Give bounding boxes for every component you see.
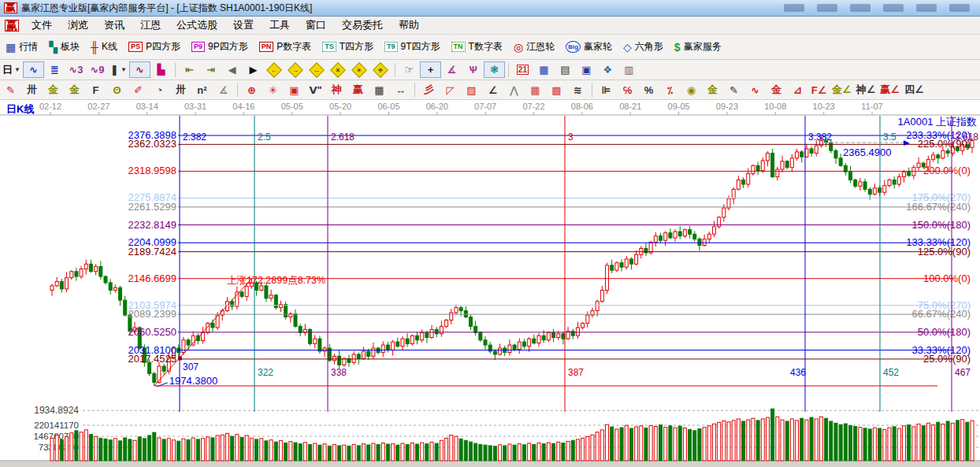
calendar-button[interactable]: 21 <box>513 62 533 77</box>
brush-tool[interactable]: ✎ <box>1 83 20 98</box>
note-tool-button[interactable]: ≣ <box>45 62 65 77</box>
f-angle-tool[interactable]: F∠ <box>809 83 829 98</box>
grid2-tool[interactable]: 卅 <box>171 83 191 98</box>
wave9-tool-button[interactable]: ∿9 <box>87 62 107 77</box>
fan-lines-tool[interactable]: 彡 <box>419 83 439 98</box>
titlebar-button[interactable] <box>784 4 804 12</box>
star-grid-tool[interactable]: ✳ <box>263 83 283 98</box>
parallel-lines-tool[interactable]: ≋ <box>568 83 588 98</box>
pan-hand-button[interactable]: ☞ <box>399 62 419 77</box>
t-table-button[interactable]: TNT数字表 <box>446 35 508 59</box>
grid-tool[interactable]: 卅 <box>22 83 42 98</box>
compass-tool[interactable]: ✐ <box>128 83 148 98</box>
box-grid-tool[interactable]: ▣ <box>284 83 304 98</box>
wave-lines-tool[interactable]: ⋀ <box>504 83 524 98</box>
grid-123-tool[interactable]: ▦ <box>369 83 389 98</box>
calculator-button[interactable]: ▦ <box>534 62 554 77</box>
notepad-button[interactable]: ▤ <box>555 62 575 77</box>
percent5-tool[interactable]: ⁒ <box>660 83 680 98</box>
t9-square-button[interactable]: T99T四方形 <box>379 35 446 59</box>
percent-tool[interactable]: % <box>639 83 659 98</box>
zoom-hfit-button[interactable]: ↔ <box>307 62 327 77</box>
histogram-tool-button[interactable]: ▙ <box>151 62 171 77</box>
chart-canvas[interactable]: 02-1202-2703-1403-3104-1605-0505-2006-05… <box>0 100 980 467</box>
fan-box-tool[interactable]: ◸ <box>440 83 460 98</box>
quotes-button[interactable]: ▦行情 <box>0 35 43 59</box>
p9-square-button[interactable]: P99P四方形 <box>186 35 254 59</box>
menu-交易委托[interactable]: 交易委托 <box>334 17 391 34</box>
p-square-button[interactable]: PSP四方形 <box>123 35 186 59</box>
titlebar-button[interactable] <box>949 4 970 12</box>
titlebar-button[interactable] <box>817 4 837 12</box>
zoom-left-button[interactable]: ← <box>265 62 284 77</box>
period-day-dropdown[interactable]: 日▼ <box>1 62 22 77</box>
gann-circle-tool[interactable]: ◔ <box>150 83 169 98</box>
angle-measure-button[interactable]: ∡ <box>442 62 462 77</box>
zoom-out-button[interactable]: ✕ <box>329 62 348 77</box>
j-angle-tool[interactable]: ⊿ <box>788 83 807 98</box>
menu-文件[interactable]: 文件 <box>24 17 60 34</box>
menu-设置[interactable]: 设置 <box>225 17 262 34</box>
ying-grid-tool[interactable]: 赢 <box>348 83 368 98</box>
menu-窗口[interactable]: 窗口 <box>298 17 334 34</box>
gold-grid-tool[interactable]: 金 <box>43 83 63 98</box>
menu-江恩[interactable]: 江恩 <box>132 17 169 34</box>
workstation-button[interactable]: ▥ <box>619 62 639 77</box>
span-arrows-tool[interactable]: ↔ <box>391 83 410 98</box>
red-grid-tool[interactable]: ▦ <box>525 83 545 98</box>
percent-line-tool[interactable]: ℅ <box>618 83 637 98</box>
titlebar-button[interactable] <box>916 4 937 12</box>
net-box-tool[interactable]: ▨ <box>462 83 481 98</box>
angle-pencil-tool[interactable]: ∠ <box>483 83 503 98</box>
gold-angle-tool[interactable]: 金∠ <box>830 83 853 98</box>
gold-levels2-tool[interactable]: 金 <box>767 83 786 98</box>
save-button[interactable]: ▣ <box>577 62 596 77</box>
menu-公式选股[interactable]: 公式选股 <box>169 17 225 34</box>
measure-tool[interactable]: ⊫ <box>596 83 616 98</box>
kline-button[interactable]: ╫K线 <box>85 35 123 59</box>
next-bar-button[interactable]: ▶ <box>243 62 263 77</box>
fibo-grid-tool[interactable]: F <box>86 83 106 98</box>
pencil-bars-tool[interactable]: ✎ <box>724 83 744 98</box>
menu-浏览[interactable]: 浏览 <box>60 17 96 34</box>
zoom-in-button[interactable]: ✛ <box>371 62 391 77</box>
pattern-tool-button[interactable]: ∿ <box>130 62 150 77</box>
angle-line-tool[interactable]: ∡ <box>213 83 233 98</box>
first-bar-button[interactable]: ⇤ <box>180 62 199 77</box>
menu-帮助[interactable]: 帮助 <box>391 17 427 34</box>
winner-wheel-button[interactable]: Big赢家轮 <box>560 35 618 59</box>
gold-levels-tool[interactable]: 金 <box>703 83 722 98</box>
crosshair-button[interactable]: + <box>421 62 440 77</box>
menu-资讯[interactable]: 资讯 <box>96 17 132 34</box>
scribble-tool-button[interactable]: ❃ <box>484 62 504 77</box>
titlebar-button[interactable] <box>883 4 904 12</box>
hexagon-button[interactable]: ◇六角形 <box>618 35 669 59</box>
titlebar-button[interactable] <box>850 4 870 12</box>
red-grid-arrow-tool[interactable]: ▩ <box>547 83 566 98</box>
zoom-fit-button[interactable]: ✳ <box>350 62 369 77</box>
zigzag-tool-button[interactable]: ∿ <box>24 62 43 77</box>
n-square-tool[interactable]: n² <box>192 83 212 98</box>
winner-service-button[interactable]: $赢家服务 <box>669 35 727 59</box>
four-angle-tool[interactable]: 四∠ <box>903 83 926 98</box>
gann-wheel-button[interactable]: ◎江恩轮 <box>508 35 560 59</box>
t-square-button[interactable]: TST四方形 <box>317 35 379 59</box>
zoom-right-button[interactable]: → <box>286 62 306 77</box>
kquote-tool[interactable]: Ⅴʺ <box>306 83 325 98</box>
candle-style-dropdown[interactable]: ❚▼ <box>109 62 128 77</box>
last-bar-button[interactable]: ⇥ <box>201 62 221 77</box>
network-button[interactable]: ❖ <box>598 62 618 77</box>
prev-bar-button[interactable]: ◀ <box>222 62 242 77</box>
shen-grid-tool[interactable]: 神 <box>327 83 347 98</box>
gold-grid2-tool[interactable]: 金 <box>65 83 84 98</box>
menu-工具[interactable]: 工具 <box>262 17 298 34</box>
ying-angle-tool[interactable]: 赢∠ <box>878 83 901 98</box>
wave3-tool-button[interactable]: ∿3 <box>66 62 86 77</box>
wave-channel-tool[interactable]: ∿ <box>745 83 765 98</box>
sectors-button[interactable]: ▚板块 <box>43 35 85 59</box>
trident-tool-button[interactable]: Ѱ <box>463 62 483 77</box>
spiral-tool[interactable]: ʘ <box>107 83 127 98</box>
shen-angle-tool[interactable]: 神∠ <box>855 83 878 98</box>
target-tool[interactable]: ⊕ <box>242 83 262 98</box>
gold-circle-tool[interactable]: ◉ <box>681 83 701 98</box>
